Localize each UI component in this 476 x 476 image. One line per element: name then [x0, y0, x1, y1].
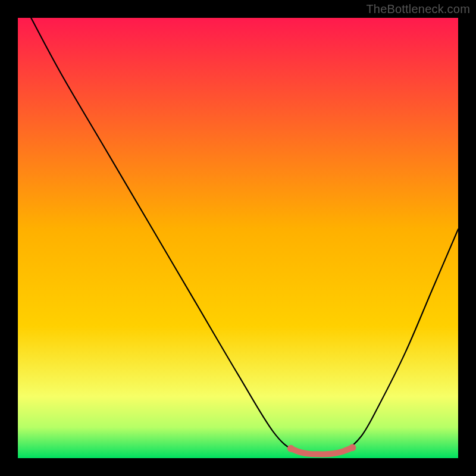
optimal-band-end-dot	[349, 444, 356, 451]
watermark-text: TheBottleneck.com	[366, 2, 470, 16]
chart-frame: TheBottleneck.com	[0, 0, 476, 476]
gradient-background	[18, 18, 458, 458]
chart-svg	[18, 18, 458, 458]
optimal-band-start-dot	[287, 445, 295, 452]
bottleneck-plot	[18, 18, 458, 458]
